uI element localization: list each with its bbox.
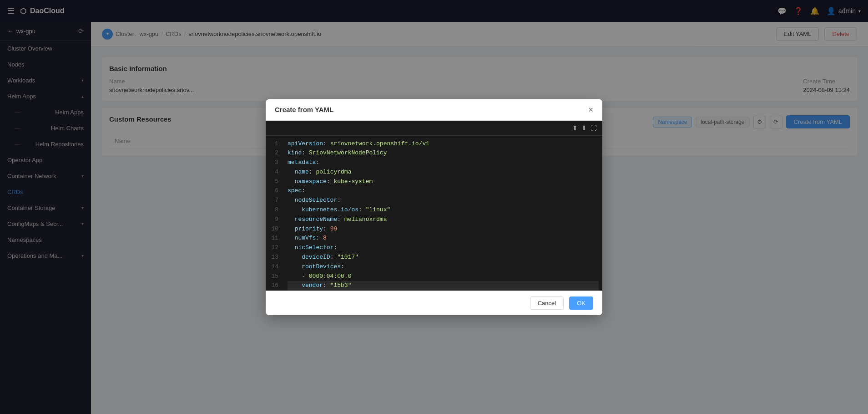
line-number: 10 (271, 225, 278, 234)
line-number: 2 (271, 148, 278, 158)
modal-footer: Cancel OK (266, 291, 602, 315)
code-line: kind: SriovNetworkNodePolicy (288, 148, 599, 158)
line-number: 5 (271, 177, 278, 187)
line-number: 3 (271, 158, 278, 168)
cancel-button[interactable]: Cancel (530, 296, 564, 310)
modal-header: Create from YAML × (266, 99, 602, 121)
upload-icon[interactable]: ⬆ (572, 124, 578, 132)
code-line: numVfs: 8 (288, 234, 599, 243)
code-line: deviceID: "1017" (288, 253, 599, 262)
code-line: name: policyrdma (288, 168, 599, 177)
modal-overlay: Create from YAML × ⬆ ⬇ ⛶ 123456789101112… (0, 0, 868, 414)
fullscreen-icon[interactable]: ⛶ (590, 124, 597, 132)
line-number: 14 (271, 262, 278, 272)
create-from-yaml-modal: Create from YAML × ⬆ ⬇ ⛶ 123456789101112… (266, 99, 602, 315)
code-line: rootDevices: (288, 262, 599, 272)
close-icon[interactable]: × (588, 106, 593, 114)
code-editor[interactable]: 123456789101112131415161718 apiVersion: … (266, 136, 602, 291)
line-number: 11 (271, 234, 278, 243)
code-line: - 0000:04:00.0 (288, 272, 599, 281)
code-line: apiVersion: sriovnetwork.openshift.io/v1 (288, 139, 599, 149)
line-number: 7 (271, 196, 278, 205)
code-line: priority: 99 (288, 225, 599, 234)
code-line: resourceName: mellanoxrdma (288, 215, 599, 225)
line-number: 8 (271, 205, 278, 215)
line-number: 6 (271, 186, 278, 196)
code-line: kubernetes.io/os: "linux" (288, 205, 599, 215)
code-line: metadata: (288, 158, 599, 168)
download-icon[interactable]: ⬇ (581, 124, 587, 132)
line-number: 12 (271, 243, 278, 253)
modal-body: ⬆ ⬇ ⛶ 123456789101112131415161718 apiVer… (266, 121, 602, 291)
editor-toolbar: ⬆ ⬇ ⛶ (266, 121, 602, 136)
line-number: 13 (271, 253, 278, 262)
code-line: namespace: kube-system (288, 177, 599, 187)
line-numbers: 123456789101112131415161718 (266, 136, 284, 291)
code-content: apiVersion: sriovnetwork.openshift.io/v1… (284, 136, 602, 291)
line-number: 4 (271, 168, 278, 177)
line-number: 15 (271, 272, 278, 281)
code-line: nodeSelector: (288, 196, 599, 205)
code-line: spec: (288, 186, 599, 196)
line-number: 1 (271, 139, 278, 149)
line-number: 16 (271, 281, 278, 290)
code-line: nicSelector: (288, 243, 599, 253)
modal-title: Create from YAML (275, 106, 333, 113)
line-number: 9 (271, 215, 278, 225)
code-line: vendor: "15b3" (288, 281, 599, 290)
ok-button[interactable]: OK (569, 296, 593, 310)
